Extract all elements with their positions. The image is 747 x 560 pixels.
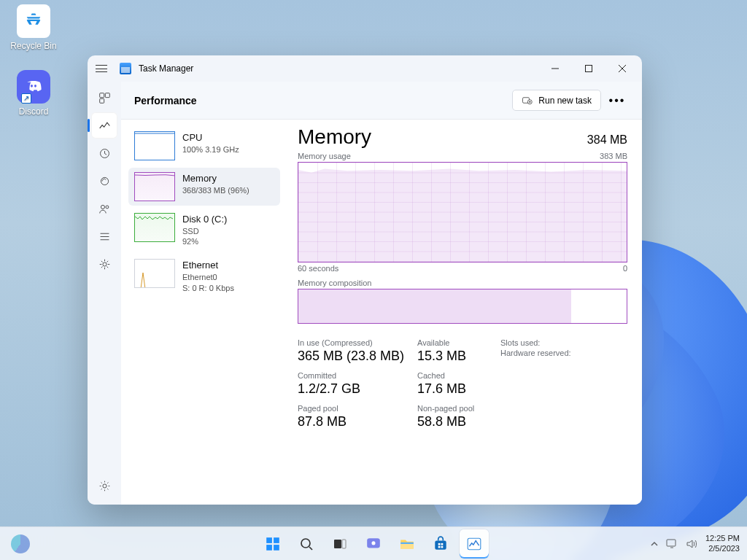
window-title: Task Manager (139, 63, 193, 74)
rail-performance[interactable] (91, 112, 117, 139)
svg-rect-27 (441, 545, 444, 548)
svg-point-8 (102, 262, 106, 265)
svg-rect-0 (586, 66, 592, 72)
desktop-icon-recycle-bin[interactable]: Recycle Bin (6, 4, 61, 51)
svg-point-9 (102, 483, 106, 487)
taskbar-search[interactable] (292, 529, 321, 559)
page-header: Performance Run new task ••• (121, 82, 642, 120)
svg-rect-17 (334, 540, 341, 548)
tray-network-icon[interactable] (666, 539, 679, 549)
maximize-button[interactable] (572, 57, 605, 80)
card-disk[interactable]: Disk 0 (C:)SSD92% (128, 209, 280, 252)
titlebar: Task Manager (88, 55, 642, 82)
desktop-icon-label: Discord (19, 106, 49, 117)
task-manager-icon (466, 536, 482, 552)
card-memory[interactable]: Memory368/383 MB (96%) (128, 168, 280, 206)
svg-rect-12 (266, 537, 272, 543)
search-icon (299, 537, 314, 551)
task-manager-window: Task Manager Performance Run new tas (88, 55, 642, 505)
more-options-button[interactable]: ••• (605, 89, 629, 112)
taskbar-task-manager[interactable] (460, 529, 489, 559)
svg-point-7 (105, 205, 108, 208)
ethernet-thumb-chart (134, 259, 175, 288)
svg-rect-22 (400, 542, 414, 543)
taskbar-start[interactable] (258, 529, 287, 559)
tray-overflow-icon[interactable] (650, 540, 659, 548)
discord-icon: ↗ (17, 70, 50, 104)
taskbar-explorer[interactable] (392, 529, 422, 559)
svg-rect-13 (274, 537, 279, 543)
taskbar-taskview[interactable] (325, 529, 355, 559)
cpu-thumb-chart (134, 131, 175, 160)
chat-icon (365, 536, 382, 552)
rail-processes[interactable] (91, 85, 117, 111)
desktop-icon-label: Recycle Bin (10, 41, 56, 51)
rail-startup[interactable] (91, 168, 117, 194)
rail-services[interactable] (91, 251, 117, 277)
rail-details[interactable] (91, 223, 117, 249)
edge-icon (11, 534, 30, 553)
svg-point-6 (101, 205, 104, 209)
detail-pane: Memory 384 MB Memory usage383 MB 60 seco… (286, 120, 642, 505)
taskbar-clock[interactable]: 12:25 PM 2/5/2023 (705, 534, 740, 554)
windows-start-icon (265, 536, 281, 552)
nav-rail (88, 82, 121, 505)
card-cpu[interactable]: CPU100% 3.19 GHz (128, 127, 280, 165)
taskbar-store[interactable] (426, 529, 455, 559)
disk-thumb-chart (134, 213, 175, 242)
run-task-icon (522, 95, 533, 106)
close-button[interactable] (605, 57, 639, 80)
taskbar: 12:25 PM 2/5/2023 (0, 526, 747, 560)
hamburger-button[interactable] (90, 57, 112, 80)
task-view-icon (333, 537, 347, 551)
svg-rect-2 (105, 93, 109, 97)
file-explorer-icon (399, 536, 415, 552)
rail-app-history[interactable] (91, 140, 117, 166)
memory-composition-chart (298, 289, 627, 324)
taskbar-edge[interactable] (6, 529, 35, 559)
taskbar-chat[interactable] (359, 529, 388, 559)
minimize-button[interactable] (538, 57, 572, 80)
detail-title: Memory (298, 125, 371, 149)
task-manager-icon (120, 63, 131, 74)
svg-rect-3 (99, 98, 104, 103)
svg-rect-26 (438, 545, 441, 548)
rail-users[interactable] (91, 195, 117, 222)
svg-rect-29 (667, 540, 676, 546)
run-new-task-button[interactable]: Run new task (512, 90, 601, 111)
tray-volume-icon[interactable] (686, 539, 698, 549)
shortcut-arrow-icon: ↗ (21, 93, 31, 104)
svg-point-16 (301, 539, 310, 548)
resource-card-list: CPU100% 3.19 GHz Memory368/383 MB (96%) … (121, 120, 286, 505)
svg-rect-1 (99, 93, 104, 97)
rail-settings[interactable] (91, 472, 117, 499)
desktop-icon-discord[interactable]: ↗ Discord (6, 70, 61, 117)
memory-thumb-chart (134, 172, 175, 201)
svg-rect-18 (342, 540, 346, 548)
store-icon (433, 536, 449, 552)
svg-rect-14 (266, 545, 272, 551)
svg-rect-24 (438, 542, 441, 545)
detail-capacity: 384 MB (587, 133, 627, 147)
memory-usage-chart (298, 162, 627, 262)
svg-rect-25 (441, 542, 444, 545)
composition-label: Memory composition (298, 279, 627, 287)
svg-point-20 (371, 541, 375, 545)
svg-rect-23 (435, 540, 446, 549)
page-title: Performance (134, 95, 197, 106)
memory-stats: In use (Compressed)365 MB (23.8 MB) Avai… (298, 338, 627, 429)
recycle-bin-icon (17, 4, 50, 38)
card-ethernet[interactable]: EthernetEthernet0S: 0 R: 0 Kbps (128, 254, 280, 298)
svg-rect-15 (274, 545, 279, 551)
